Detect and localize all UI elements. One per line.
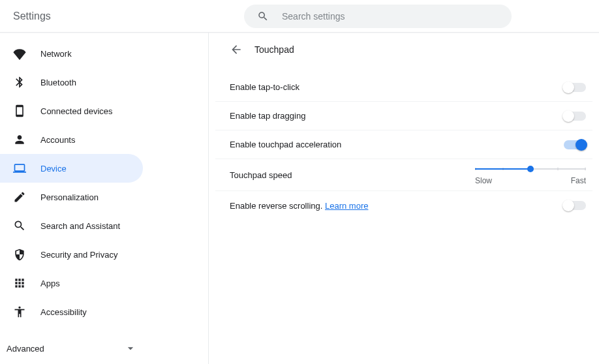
row-acceleration: Enable touchpad acceleration <box>215 130 592 159</box>
acceleration-label: Enable touchpad acceleration <box>230 140 341 149</box>
sidebar-item-search-assistant[interactable]: Search and Assistant <box>0 211 143 240</box>
search-assistant-icon <box>13 219 26 232</box>
sidebar-item-accounts[interactable]: Accounts <box>0 125 143 154</box>
acceleration-toggle[interactable] <box>564 140 586 149</box>
sidebar-item-label: Accounts <box>40 135 75 145</box>
sidebar-item-bluetooth[interactable]: Bluetooth <box>0 68 143 97</box>
content: Network Bluetooth Connected devices Acco… <box>0 33 599 364</box>
phone-icon <box>13 104 26 117</box>
sidebar-item-network[interactable]: Network <box>0 39 143 68</box>
wifi-icon <box>13 47 26 60</box>
tap-dragging-toggle[interactable] <box>564 112 586 121</box>
sidebar-item-label: Search and Assistant <box>40 221 120 231</box>
apps-icon <box>13 277 26 290</box>
advanced-toggle[interactable]: Advanced <box>0 333 150 364</box>
sidebar-item-security[interactable]: Security and Privacy <box>0 240 143 269</box>
tap-to-click-toggle[interactable] <box>564 83 586 92</box>
settings-block: Enable tap-to-click Enable tap dragging … <box>215 73 592 220</box>
row-reverse-scrolling: Enable reverse scrolling. Learn more <box>215 191 592 220</box>
row-tap-to-click: Enable tap-to-click <box>215 73 592 102</box>
reverse-scrolling-toggle[interactable] <box>564 201 586 210</box>
sidebar-item-label: Security and Privacy <box>40 250 118 260</box>
header: Settings Search settings <box>0 0 599 33</box>
reverse-scrolling-label: Enable reverse scrolling. Learn more <box>230 201 368 211</box>
search-input[interactable]: Search settings <box>244 5 512 28</box>
sidebar-item-label: Network <box>40 49 72 59</box>
sidebar: Network Bluetooth Connected devices Acco… <box>0 33 209 364</box>
speed-fast-label: Fast <box>571 176 586 185</box>
tap-to-click-label: Enable tap-to-click <box>230 82 300 92</box>
speed-slow-label: Slow <box>475 176 492 185</box>
tap-dragging-label: Enable tap dragging <box>230 111 305 121</box>
account-icon <box>13 133 26 146</box>
speed-label: Touchpad speed <box>230 170 292 180</box>
sidebar-item-connected-devices[interactable]: Connected devices <box>0 97 143 125</box>
sidebar-item-label: Connected devices <box>40 106 113 116</box>
search-icon <box>257 10 269 22</box>
main: Touchpad Enable tap-to-click Enable tap … <box>209 33 599 364</box>
advanced-label: Advanced <box>7 344 44 354</box>
chevron-down-icon <box>124 342 137 355</box>
learn-more-link[interactable]: Learn more <box>325 201 368 211</box>
sidebar-item-label: Bluetooth <box>40 78 76 87</box>
bluetooth-icon <box>13 76 26 89</box>
search-placeholder: Search settings <box>282 11 345 22</box>
speed-slider[interactable]: Slow Fast <box>475 164 586 185</box>
sidebar-item-label: Device <box>40 164 67 174</box>
sidebar-item-label: Personalization <box>40 192 99 202</box>
sidebar-item-device[interactable]: Device <box>0 154 143 183</box>
slider-thumb[interactable] <box>527 166 534 172</box>
accessibility-icon <box>13 305 26 318</box>
slider-fill <box>475 168 530 170</box>
row-speed: Touchpad speed Slow Fast <box>215 159 592 191</box>
personalization-icon <box>13 190 26 204</box>
device-icon <box>13 162 26 175</box>
row-tap-dragging: Enable tap dragging <box>215 102 592 130</box>
page-title: Touchpad <box>254 44 294 55</box>
security-icon <box>13 248 26 261</box>
app-title: Settings <box>0 10 209 22</box>
back-icon[interactable] <box>230 43 243 56</box>
sidebar-item-label: Apps <box>40 279 60 288</box>
sidebar-item-personalization[interactable]: Personalization <box>0 183 143 211</box>
breadcrumb: Touchpad <box>215 33 592 67</box>
sidebar-item-apps[interactable]: Apps <box>0 269 143 297</box>
sidebar-items: Network Bluetooth Connected devices Acco… <box>0 39 208 333</box>
sidebar-item-accessibility[interactable]: Accessibility <box>0 297 143 326</box>
sidebar-item-label: Accessibility <box>40 307 87 317</box>
search-container: Search settings <box>209 5 599 28</box>
